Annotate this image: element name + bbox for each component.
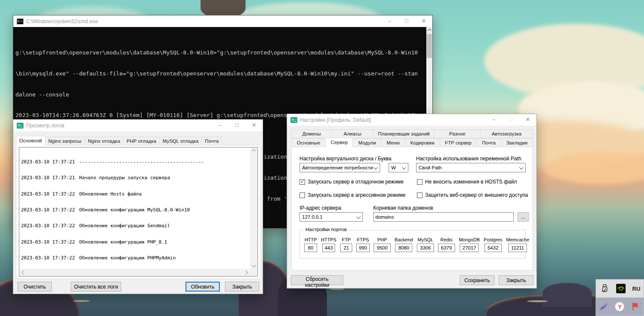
path-mode-select[interactable]: Свой Path bbox=[416, 163, 526, 172]
log-message: Обновление конфигурации Sendmail bbox=[79, 223, 170, 229]
settings-close-button[interactable]: Закрыть bbox=[499, 275, 533, 285]
cmd-titlebar[interactable]: C:\Windows\system32\cmd.exe – □ ✕ bbox=[13, 15, 432, 27]
disk-letter-select[interactable]: W bbox=[389, 163, 408, 172]
tab-mail[interactable]: Почта bbox=[476, 138, 501, 147]
tab-autostart[interactable]: Автозагрузка bbox=[480, 129, 533, 138]
tab-misc[interactable]: Разное bbox=[434, 129, 481, 138]
domains-root-input[interactable] bbox=[373, 212, 514, 222]
nvidia-icon[interactable] bbox=[616, 284, 626, 293]
scrollbar-corner bbox=[250, 269, 258, 276]
scroll-left-icon[interactable] bbox=[22, 271, 26, 275]
scroll-down-icon[interactable] bbox=[252, 263, 255, 269]
tab-encodings[interactable]: Кодировки bbox=[405, 138, 440, 147]
close-icon[interactable]: ✕ bbox=[519, 114, 536, 126]
log-message: ----------------------------------------… bbox=[79, 159, 204, 165]
virtual-disk-select[interactable]: Автоопределение потребности bbox=[300, 163, 380, 172]
port-input[interactable] bbox=[304, 244, 317, 252]
tab-nginx-debug[interactable]: Nginx отладка bbox=[84, 137, 123, 145]
tab-scheduler[interactable]: Планировщик заданий bbox=[373, 129, 434, 138]
maximize-icon[interactable]: □ bbox=[502, 114, 519, 126]
tab-main[interactable]: Основной bbox=[16, 136, 45, 146]
port-field-redis: Redis bbox=[438, 237, 455, 252]
tab-general[interactable]: Основные bbox=[291, 138, 326, 147]
clear-button[interactable]: Очистить bbox=[18, 282, 52, 292]
clear-all-button[interactable]: Очистить все логи bbox=[71, 282, 121, 292]
close-button[interactable]: Закрыть bbox=[225, 282, 259, 292]
scroll-up-icon[interactable] bbox=[252, 147, 255, 153]
port-input[interactable] bbox=[438, 244, 455, 252]
checkbox-icon bbox=[300, 193, 305, 198]
port-input[interactable] bbox=[374, 244, 391, 252]
log-time: 2023-03-10 17:37:22 bbox=[21, 207, 75, 213]
log-time: 2023-03-10 17:37:22 bbox=[21, 239, 75, 245]
ip-select[interactable]: 127.0.0.1 bbox=[300, 212, 363, 222]
settings-caption-buttons: – □ ✕ bbox=[485, 114, 536, 126]
tab-menu[interactable]: Меню bbox=[381, 138, 405, 147]
desktop: C:\Windows\system32\cmd.exe – □ ✕ g:\set… bbox=[0, 0, 644, 316]
port-input[interactable] bbox=[356, 244, 370, 252]
ports-groupbox: Настройки портов HTTP HTTPS FTP bbox=[300, 230, 526, 259]
tab-ftp-server[interactable]: FTP сервер bbox=[440, 138, 477, 147]
tab-modules[interactable]: Модули bbox=[353, 138, 381, 147]
tab-domains[interactable]: Домены bbox=[291, 129, 332, 138]
log-row: 2023-03-10 17:37:22Обновление конфигурац… bbox=[21, 256, 250, 261]
settings-tabstrip-row1: Домены Алиасы Планировщик заданий Разное… bbox=[291, 130, 533, 138]
minimize-icon[interactable]: – bbox=[211, 120, 228, 131]
port-input[interactable] bbox=[485, 244, 502, 252]
maximize-icon[interactable]: □ bbox=[228, 120, 246, 131]
port-input[interactable] bbox=[417, 244, 434, 252]
tab-bookmarks[interactable]: Закладки bbox=[501, 138, 533, 147]
close-icon[interactable]: ✕ bbox=[246, 120, 263, 131]
log-message: Обновление конфигурации MySQL-8.0-Win10 bbox=[79, 207, 190, 213]
port-input[interactable] bbox=[508, 244, 527, 252]
port-label: FTPS bbox=[357, 237, 369, 242]
feather-icon[interactable] bbox=[599, 301, 609, 312]
checkbox-aggressive-mode[interactable]: Запускать сервер в агрессивном режиме bbox=[300, 192, 406, 198]
checkbox-icon bbox=[417, 179, 422, 185]
console-line: g:\setupfronted\openserver\modules\datab… bbox=[15, 49, 425, 56]
checkbox-protect-server[interactable]: Защитить веб-сервер от внешнего доступа bbox=[417, 192, 528, 198]
cloud-shape bbox=[544, 152, 644, 184]
port-label: FTP bbox=[342, 237, 351, 242]
port-field-mysql: MySQL bbox=[417, 237, 434, 252]
port-label: PHP bbox=[377, 237, 387, 242]
language-indicator[interactable]: RU bbox=[632, 286, 641, 292]
tab-aliases[interactable]: Алиасы bbox=[331, 129, 374, 138]
browse-button[interactable]: ... bbox=[518, 212, 529, 222]
refresh-button[interactable]: Обновить bbox=[186, 282, 220, 292]
tab-mail[interactable]: Почта bbox=[201, 137, 222, 145]
minimize-icon[interactable]: – bbox=[485, 114, 502, 126]
minimize-icon[interactable]: – bbox=[381, 15, 398, 27]
usb-safely-remove-icon[interactable] bbox=[599, 283, 610, 294]
scroll-up-icon[interactable] bbox=[426, 27, 432, 33]
tab-server[interactable]: Сервер bbox=[325, 138, 353, 147]
checkbox-no-hosts-changes[interactable]: Не вносить изменения в HOSTS файл bbox=[417, 179, 517, 185]
log-window-title: Просмотр логов bbox=[26, 123, 211, 129]
settings-titlebar[interactable]: Настройки [Профиль: Default] – □ ✕ bbox=[287, 114, 536, 126]
tab-php-debug[interactable]: PHP отладка bbox=[123, 137, 159, 145]
scroll-right-icon[interactable] bbox=[244, 271, 248, 275]
checkbox-debug-mode[interactable]: Запускать сервер в отладочном режиме bbox=[300, 179, 404, 185]
tab-nginx-requests[interactable]: Nginx запросы bbox=[45, 137, 85, 145]
log-titlebar[interactable]: Просмотр логов – □ ✕ bbox=[13, 120, 263, 131]
port-input[interactable] bbox=[395, 244, 412, 252]
port-input[interactable] bbox=[340, 244, 352, 252]
port-input[interactable] bbox=[322, 244, 335, 252]
yandex-browser-icon[interactable] bbox=[615, 302, 624, 311]
openserver-flag-icon[interactable] bbox=[630, 301, 641, 312]
scrollbar-thumb[interactable] bbox=[427, 34, 432, 58]
virtual-disk-label: Настройка виртуального диска / Буква bbox=[300, 156, 391, 162]
chevron-down-icon bbox=[356, 215, 361, 219]
port-input[interactable] bbox=[460, 244, 479, 252]
log-hscrollbar[interactable] bbox=[19, 269, 250, 276]
log-vscrollbar[interactable] bbox=[250, 147, 258, 269]
ports-group-title: Настройки портов bbox=[304, 227, 348, 232]
cmd-caption-buttons: – □ ✕ bbox=[381, 15, 432, 27]
log-tab-page: 2023-03-10 17:37:21---------------------… bbox=[16, 145, 261, 279]
save-button[interactable]: Сохранить bbox=[460, 275, 494, 285]
close-icon[interactable]: ✕ bbox=[415, 15, 432, 27]
maximize-icon[interactable]: □ bbox=[398, 15, 415, 27]
tab-mysql-debug[interactable]: MySQL отладка bbox=[159, 137, 202, 145]
port-field-php: PHP bbox=[374, 237, 391, 252]
reset-settings-button[interactable]: Сбросить настройки bbox=[291, 275, 343, 285]
